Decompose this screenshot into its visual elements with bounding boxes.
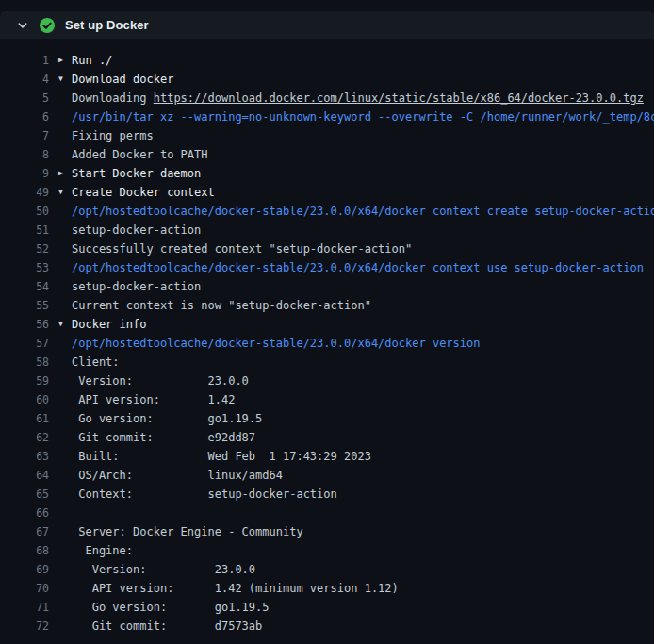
log-line: 67 Server: Docker Engine - Community: [0, 522, 654, 541]
log-text: Git commit: e92dd87: [72, 428, 255, 447]
line-number: 60: [8, 390, 49, 409]
group-title[interactable]: Download docker: [72, 70, 173, 89]
log-line: 5Downloading https://download.docker.com…: [0, 89, 654, 107]
log-line: 69 Version: 23.0.0: [0, 560, 654, 579]
log-line: 49▼Create Docker context: [0, 183, 654, 202]
log-line: 56▼Docker info: [0, 315, 654, 334]
log-text: API version: 1.42 (minimum version 1.12): [72, 579, 399, 598]
line-number: 71: [8, 598, 49, 617]
line-number: 9: [8, 164, 49, 183]
line-number: 56: [8, 315, 49, 334]
log-line: 52Successfully created context "setup-do…: [0, 239, 654, 258]
line-number: 4: [8, 70, 49, 89]
log-line: 1▶Run ./: [0, 51, 654, 70]
log-text: OS/Arch: linux/amd64: [72, 466, 283, 485]
line-number: 1: [8, 51, 49, 70]
log-line: 55Current context is now "setup-docker-a…: [0, 296, 654, 315]
log-text: Git commit: d7573ab: [72, 617, 262, 636]
log-text: setup-docker-action: [72, 277, 201, 296]
line-number: 70: [8, 579, 49, 598]
log-text: Go version: go1.19.5: [72, 409, 262, 428]
line-number: 68: [8, 541, 49, 560]
line-number: 6: [8, 107, 49, 126]
success-check-icon: [40, 18, 55, 33]
line-number: 66: [8, 504, 49, 522]
log-line: 58Client:: [0, 353, 654, 372]
log-line: 4▼Download docker: [0, 70, 654, 89]
log-link[interactable]: https://download.docker.com/linux/static…: [154, 91, 644, 105]
command-text: /opt/hostedtoolcache/docker-stable/23.0.…: [72, 334, 480, 353]
log-line: 51setup-docker-action: [0, 221, 654, 239]
line-number: 62: [8, 428, 49, 447]
log-line: 66: [0, 504, 654, 522]
group-collapsed-icon[interactable]: ▶: [58, 51, 72, 70]
log-line: 54setup-docker-action: [0, 277, 654, 296]
log-text: API version: 1.42: [72, 390, 235, 409]
log-text: Client:: [72, 353, 120, 372]
line-number: 49: [8, 183, 49, 202]
log-text: Current context is now "setup-docker-act…: [72, 296, 371, 315]
group-title[interactable]: Start Docker daemon: [72, 164, 201, 183]
group-expanded-icon[interactable]: ▼: [58, 315, 72, 334]
command-text: /usr/bin/tar xz --warning=no-unknown-key…: [72, 107, 654, 126]
log-text: Downloading https://download.docker.com/…: [72, 89, 644, 107]
log-text: Context: setup-docker-action: [72, 485, 337, 504]
log-line: 62 Git commit: e92dd87: [0, 428, 654, 447]
log-line: 63 Built: Wed Feb 1 17:43:29 2023: [0, 447, 654, 466]
line-number: 50: [8, 202, 49, 221]
chevron-down-icon[interactable]: [16, 19, 29, 32]
log-line: 7Fixing perms: [0, 126, 654, 145]
log-text: Fixing perms: [72, 126, 154, 145]
log-line: 68 Engine:: [0, 541, 654, 560]
line-number: 67: [8, 522, 49, 541]
log-line: 59 Version: 23.0.0: [0, 372, 654, 390]
line-number: 8: [8, 145, 49, 164]
line-number: 63: [8, 447, 49, 466]
step-title: Set up Docker: [65, 18, 149, 32]
line-number: 61: [8, 409, 49, 428]
log-line: 6/usr/bin/tar xz --warning=no-unknown-ke…: [0, 107, 654, 126]
log-text: Server: Docker Engine - Community: [72, 522, 303, 541]
log-line: 70 API version: 1.42 (minimum version 1.…: [0, 579, 654, 598]
command-text: /opt/hostedtoolcache/docker-stable/23.0.…: [72, 202, 654, 221]
command-text: /opt/hostedtoolcache/docker-stable/23.0.…: [72, 258, 644, 277]
group-title[interactable]: Run ./: [72, 51, 112, 70]
group-expanded-icon[interactable]: ▼: [58, 70, 72, 89]
log-line: 64 OS/Arch: linux/amd64: [0, 466, 654, 485]
log-text: Version: 23.0.0: [72, 560, 255, 579]
line-number: 5: [8, 89, 49, 107]
line-number: 54: [8, 277, 49, 296]
log-line: 60 API version: 1.42: [0, 390, 654, 409]
line-number: 72: [8, 617, 49, 636]
group-title[interactable]: Create Docker context: [72, 183, 215, 202]
step-header[interactable]: Set up Docker: [0, 11, 654, 39]
line-number: 7: [8, 126, 49, 145]
line-number: 65: [8, 485, 49, 504]
log-lines: 1▶Run ./4▼Download docker5Downloading ht…: [0, 39, 654, 636]
log-line: 50/opt/hostedtoolcache/docker-stable/23.…: [0, 202, 654, 221]
log-text: Engine:: [72, 541, 133, 560]
log-line: 8Added Docker to PATH: [0, 145, 654, 164]
group-title[interactable]: Docker info: [72, 315, 146, 334]
log-line: 72 Git commit: d7573ab: [0, 617, 654, 636]
log-line: 65 Context: setup-docker-action: [0, 485, 654, 504]
group-expanded-icon[interactable]: ▼: [58, 183, 72, 202]
log-line: 53/opt/hostedtoolcache/docker-stable/23.…: [0, 258, 654, 277]
line-number: 57: [8, 334, 49, 353]
log-line: 57/opt/hostedtoolcache/docker-stable/23.…: [0, 334, 654, 353]
log-text: Successfully created context "setup-dock…: [72, 239, 412, 258]
log-text: setup-docker-action: [72, 221, 201, 239]
line-number: 69: [8, 560, 49, 579]
group-collapsed-icon[interactable]: ▶: [58, 164, 72, 183]
line-number: 58: [8, 353, 49, 372]
log-text: Added Docker to PATH: [72, 145, 208, 164]
line-number: 51: [8, 221, 49, 239]
log-line: 61 Go version: go1.19.5: [0, 409, 654, 428]
line-number: 55: [8, 296, 49, 315]
log-text: Go version: go1.19.5: [72, 598, 270, 617]
line-number: 59: [8, 372, 49, 390]
line-number: 64: [8, 466, 49, 485]
line-number: 52: [8, 239, 49, 258]
log-text: Built: Wed Feb 1 17:43:29 2023: [72, 447, 371, 466]
log-line: 71 Go version: go1.19.5: [0, 598, 654, 617]
